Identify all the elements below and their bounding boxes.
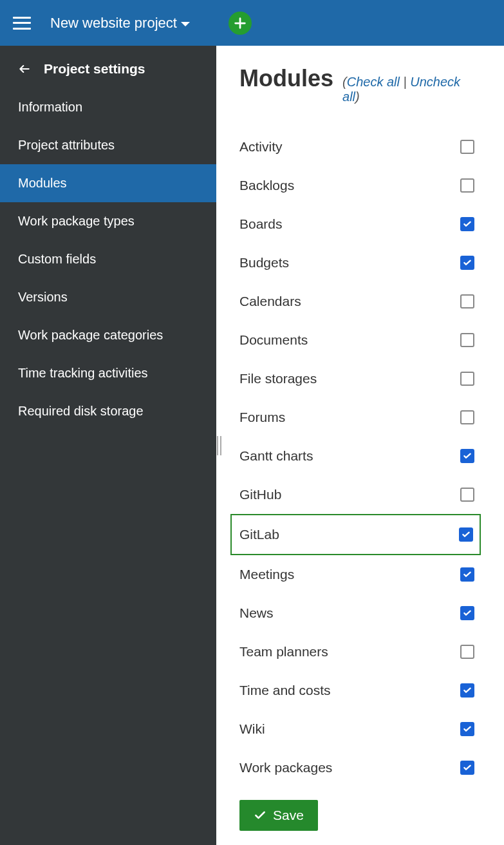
module-label: News <box>239 605 274 621</box>
module-checkbox[interactable] <box>460 294 474 309</box>
module-checkbox[interactable] <box>460 567 474 582</box>
module-row: Documents <box>239 321 481 359</box>
module-row: GitLab <box>230 514 481 555</box>
module-row: News <box>239 594 481 632</box>
sidebar-item[interactable]: Custom fields <box>0 240 216 278</box>
module-checkbox[interactable] <box>460 761 474 775</box>
module-checkbox[interactable] <box>460 645 474 659</box>
module-row: Forums <box>239 398 481 437</box>
module-row: Time and costs <box>239 671 481 710</box>
check-icon <box>462 763 472 773</box>
sidebar-item[interactable]: Project attributes <box>0 126 216 164</box>
page-title: Modules <box>239 65 333 92</box>
project-selector[interactable]: New website project <box>50 15 190 32</box>
module-label: Time and costs <box>239 683 331 698</box>
module-row: Meetings <box>239 555 481 594</box>
module-label: Forums <box>239 410 285 425</box>
module-row: Work packages <box>239 748 481 787</box>
check-icon <box>462 258 472 268</box>
module-label: Wiki <box>239 721 265 737</box>
save-label: Save <box>273 808 304 823</box>
main-content: Modules (Check all | Uncheck all) Activi… <box>216 46 504 845</box>
check-icon <box>461 529 471 540</box>
sidebar-item[interactable]: Work package types <box>0 202 216 240</box>
sidebar-item[interactable]: Versions <box>0 278 216 316</box>
module-checkbox[interactable] <box>460 140 474 154</box>
chevron-down-icon <box>181 22 190 26</box>
hamburger-icon[interactable] <box>13 17 31 30</box>
module-row: File storages <box>239 359 481 398</box>
module-checkbox[interactable] <box>460 256 474 270</box>
sidebar-item[interactable]: Required disk storage <box>0 392 216 430</box>
module-row: Team planners <box>239 632 481 671</box>
module-label: Backlogs <box>239 178 294 193</box>
sidebar-item[interactable]: Information <box>0 88 216 126</box>
module-label: Gantt charts <box>239 448 313 464</box>
module-checkbox[interactable] <box>460 217 474 231</box>
module-checkbox[interactable] <box>459 527 473 542</box>
module-checkbox[interactable] <box>460 683 474 698</box>
module-label: Calendars <box>239 294 301 309</box>
module-label: Budgets <box>239 255 289 271</box>
module-row: Gantt charts <box>239 437 481 475</box>
module-row: Wiki <box>239 710 481 748</box>
sidebar-item[interactable]: Time tracking activities <box>0 354 216 392</box>
plus-icon <box>233 16 247 30</box>
bulk-actions: (Check all | Uncheck all) <box>342 75 481 104</box>
module-row: Backlogs <box>239 166 481 205</box>
module-row: Activity <box>239 128 481 166</box>
check-icon <box>462 608 472 618</box>
sidebar-item[interactable]: Modules <box>0 164 216 202</box>
resize-handle[interactable] <box>217 436 221 455</box>
sidebar-title: Project settings <box>44 61 145 77</box>
module-checkbox[interactable] <box>460 722 474 736</box>
project-name: New website project <box>50 15 177 32</box>
check-icon <box>462 685 472 696</box>
check-icon <box>462 724 472 734</box>
module-label: File storages <box>239 371 317 386</box>
add-button[interactable] <box>229 12 252 35</box>
sidebar: Project settings InformationProject attr… <box>0 46 216 845</box>
module-checkbox[interactable] <box>460 333 474 347</box>
module-label: Documents <box>239 332 308 348</box>
module-row: Calendars <box>239 282 481 321</box>
check-icon <box>462 451 472 461</box>
check-icon <box>462 569 472 580</box>
module-label: GitLab <box>239 527 279 542</box>
sidebar-back[interactable]: Project settings <box>0 46 216 88</box>
topbar: New website project <box>0 0 504 46</box>
module-label: Activity <box>239 139 283 155</box>
module-row: Boards <box>239 205 481 243</box>
save-button[interactable]: Save <box>239 800 318 831</box>
sidebar-item[interactable]: Work package categories <box>0 316 216 354</box>
module-checkbox[interactable] <box>460 372 474 386</box>
module-label: Team planners <box>239 644 328 660</box>
module-row: Budgets <box>239 243 481 282</box>
module-row: GitHub <box>239 475 481 514</box>
check-all-link[interactable]: Check all <box>347 75 400 89</box>
module-checkbox[interactable] <box>460 410 474 424</box>
module-checkbox[interactable] <box>460 488 474 502</box>
module-checkbox[interactable] <box>460 178 474 193</box>
module-checkbox[interactable] <box>460 449 474 463</box>
check-icon <box>254 809 266 822</box>
module-label: GitHub <box>239 487 281 502</box>
check-icon <box>462 219 472 229</box>
page-header: Modules (Check all | Uncheck all) <box>239 65 481 104</box>
module-checkbox[interactable] <box>460 606 474 620</box>
module-label: Meetings <box>239 567 294 582</box>
module-label: Work packages <box>239 760 332 775</box>
arrow-left-icon <box>18 62 31 75</box>
module-label: Boards <box>239 216 283 232</box>
